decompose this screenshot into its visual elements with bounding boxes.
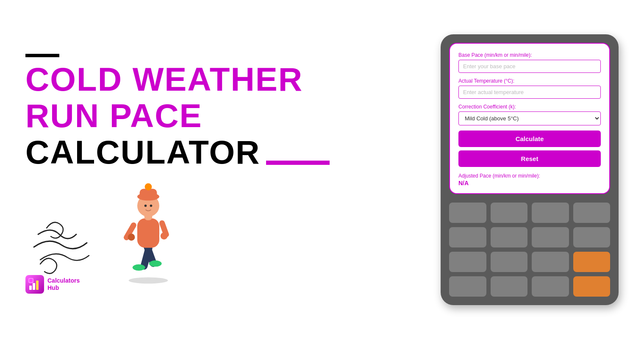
calculator-keypad <box>449 203 610 297</box>
svg-point-3 <box>133 264 145 270</box>
correction-label: Correction Coefficient (k): <box>458 104 601 110</box>
svg-rect-5 <box>137 218 159 248</box>
underline-bar <box>266 161 330 165</box>
calculator-screen: Base Pace (min/km or min/mile): Actual T… <box>449 43 610 194</box>
calc-key-1[interactable] <box>449 203 486 223</box>
logo: Calculators Hub <box>25 275 80 294</box>
calculator-body: Base Pace (min/km or min/mile): Actual T… <box>441 34 619 305</box>
result-label: Adjusted Pace (min/km or min/mile): <box>458 173 601 179</box>
calc-key-4[interactable] <box>573 203 611 223</box>
title-line3: CALCULATOR <box>25 134 260 171</box>
svg-point-8 <box>161 232 168 239</box>
svg-point-14 <box>145 183 152 190</box>
calculate-button[interactable]: Calculate <box>458 131 601 147</box>
calc-key-5[interactable] <box>449 227 486 247</box>
calc-key-10[interactable] <box>491 252 528 272</box>
calculator-section: Base Pace (min/km or min/mile): Actual T… <box>441 34 619 305</box>
calc-key-orange-2[interactable] <box>573 276 611 297</box>
logo-icon <box>25 275 44 294</box>
calc-key-14[interactable] <box>532 276 569 297</box>
svg-rect-18 <box>33 283 35 290</box>
illustration-area <box>25 175 415 285</box>
accent-bar <box>25 54 59 57</box>
result-value: N/A <box>458 180 601 186</box>
temperature-label: Actual Temperature (°C): <box>458 78 601 84</box>
calc-key-3[interactable] <box>532 203 569 223</box>
logo-text: Calculators Hub <box>47 277 80 292</box>
calc-key-6[interactable] <box>491 227 528 247</box>
svg-point-0 <box>129 277 168 283</box>
svg-rect-19 <box>36 281 39 290</box>
correction-select[interactable]: Mild Cold (above 5°C) Cold (-5°C to 5°C)… <box>458 111 601 125</box>
calc-key-13[interactable] <box>491 276 528 297</box>
left-section: COLD WEATHER RUN PACE CALCULATOR <box>0 37 441 302</box>
temperature-input[interactable] <box>458 86 601 99</box>
svg-point-16 <box>150 204 153 207</box>
calc-key-12[interactable] <box>449 276 486 297</box>
title-line2: RUN PACE <box>25 98 415 134</box>
calc-key-9[interactable] <box>449 252 486 272</box>
wind-icon <box>25 209 102 285</box>
svg-rect-17 <box>29 286 32 290</box>
svg-point-4 <box>149 260 162 267</box>
reset-button[interactable]: Reset <box>458 150 601 167</box>
svg-rect-13 <box>140 189 157 200</box>
calc-key-11[interactable] <box>532 252 569 272</box>
base-pace-input[interactable] <box>458 60 601 73</box>
runner-icon <box>106 175 191 285</box>
svg-rect-21 <box>29 279 33 282</box>
svg-point-15 <box>144 204 147 207</box>
calc-key-2[interactable] <box>491 203 528 223</box>
calc-key-orange-1[interactable] <box>573 252 611 272</box>
svg-point-9 <box>128 233 135 241</box>
title-line1: COLD WEATHER <box>25 61 415 98</box>
calc-key-8[interactable] <box>573 227 611 247</box>
calc-key-7[interactable] <box>532 227 569 247</box>
base-pace-label: Base Pace (min/km or min/mile): <box>458 52 601 58</box>
